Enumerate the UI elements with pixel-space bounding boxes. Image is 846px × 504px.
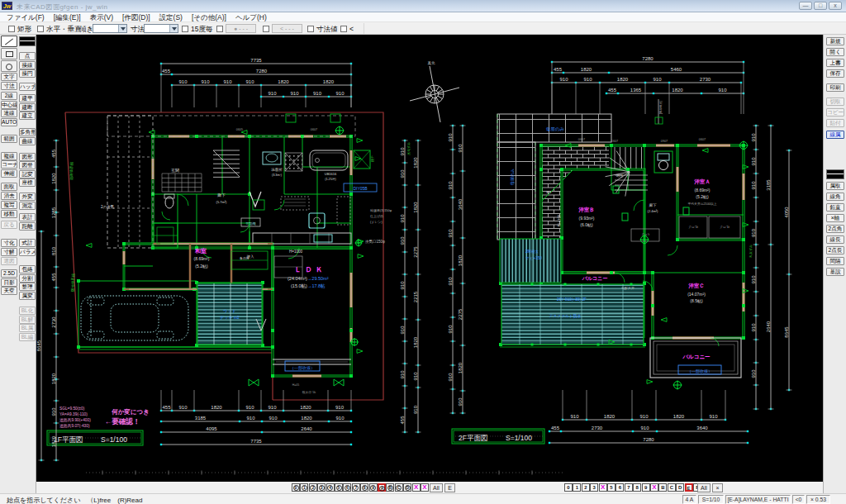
svg-text:910: 910 [245,79,254,84]
svg-text:1365: 1365 [630,88,642,93]
svg-text:母屋のみ: 母屋のみ [510,169,515,185]
svg-text:300: 300 [546,190,552,194]
svg-text:910: 910 [201,79,210,84]
svg-text:0907: 0907 [661,140,668,143]
svg-text:910: 910 [400,236,405,245]
svg-text:母屋のみ: 母屋のみ [546,126,565,131]
svg-text:455: 455 [51,273,56,282]
svg-text:真北: 真北 [428,61,436,65]
svg-text:910: 910 [448,181,453,190]
svg-text:1820: 1820 [211,405,222,410]
svg-text:7735: 7735 [250,439,262,444]
svg-text:廊下: 廊下 [217,193,226,197]
svg-text:910: 910 [751,133,756,142]
svg-text:ウッド: ウッド [223,308,235,313]
svg-text:3185: 3185 [195,416,207,421]
svg-text:洋室Ａ: 洋室Ａ [694,178,711,185]
svg-text:2730: 2730 [592,426,603,430]
svg-text:(ドレン): (ドレン) [370,220,383,224]
svg-text:(9.93m²): (9.93m²) [579,216,595,221]
svg-text:8645: 8645 [784,326,789,338]
svg-text:FL+100: FL+100 [557,214,561,226]
svg-text:1820: 1820 [581,67,592,72]
svg-text:(5.7m²): (5.7m²) [216,200,228,204]
svg-text:洋室Ｂ: 洋室Ｂ [578,207,595,213]
svg-text:25Y 910(+30) 2F: 25Y 910(+30) 2F [557,297,587,302]
svg-text:←要確認！: ←要確認！ [105,417,140,426]
svg-text:455: 455 [554,67,563,72]
svg-text:5460: 5460 [671,67,682,72]
svg-text:910: 910 [335,91,345,96]
svg-text:455: 455 [551,426,560,430]
svg-text:バルコニー: バルコニー [582,276,608,281]
svg-text:3640: 3640 [458,198,463,210]
svg-text:910: 910 [448,229,453,238]
svg-text:2275: 2275 [413,246,418,258]
svg-text:1F平面図: 1F平面図 [54,435,83,444]
svg-text:クロ'1t: クロ'1t [720,226,730,229]
svg-text:H=05: H=05 [292,383,300,387]
svg-text:455: 455 [608,88,617,93]
svg-text:910: 910 [559,77,568,82]
svg-text:H=1000: H=1000 [289,250,302,254]
svg-text:2の換気: 2の換気 [101,204,115,209]
svg-text:丸太ずみ: 丸太ずみ [749,245,753,258]
svg-text:道路高9.90(+400): 道路高9.90(+400) [59,417,91,423]
svg-text:0607: 0607 [699,138,706,141]
svg-text:910: 910 [178,79,188,84]
svg-text:3185: 3185 [766,179,771,191]
svg-text:(14.07m²): (14.07m²) [687,292,706,297]
svg-text:(8.69m²): (8.69m²) [194,256,210,261]
svg-text:910: 910 [400,281,405,290]
svg-text:910: 910 [583,77,592,82]
svg-text:（一部吹抜）: （一部吹抜） [290,365,315,371]
svg-text:7280: 7280 [643,437,654,442]
svg-text:910: 910 [448,373,453,382]
svg-text:(既存樹木): (既存樹木) [658,101,663,114]
svg-text:8645: 8645 [36,340,41,351]
svg-text:(24.04m²)→29.50m²: (24.04m²)→29.50m² [288,276,329,281]
svg-text:道路境界線: 道路境界線 [69,161,74,180]
svg-text:2730: 2730 [51,316,56,328]
svg-text:(2.4m²): (2.4m²) [648,209,659,213]
svg-text:1820: 1820 [413,157,418,169]
svg-text:910: 910 [400,147,405,156]
svg-text:910: 910 [751,323,756,332]
svg-text:1820: 1820 [51,173,56,184]
svg-text:910: 910 [751,157,756,166]
svg-text:910: 910 [313,91,322,96]
svg-text:YA=A9.39(-110): YA=A9.39(-110) [59,412,88,416]
svg-text:(3.3m²): (3.3m²) [272,174,283,177]
svg-text:S=1/100: S=1/100 [101,435,127,444]
svg-text:910: 910 [335,416,345,421]
svg-text:910: 910 [413,372,418,381]
svg-text:910: 910 [640,426,649,430]
svg-text:0605: 0605 [236,128,243,131]
svg-text:1820: 1820 [413,336,418,348]
svg-text:洋室Ｃ: 洋室Ｃ [688,283,705,289]
svg-text:1820: 1820 [458,254,463,266]
svg-text:2640: 2640 [301,426,312,431]
svg-text:(6.0帖): (6.0帖) [580,222,593,228]
svg-text:4095: 4095 [206,426,217,431]
svg-text:平均天井高2100以上: 平均天井高2100以上 [687,202,716,206]
svg-text:910: 910 [400,326,405,335]
svg-text:道路高9.07(-430): 道路高9.07(-430) [59,423,90,429]
svg-text:1820: 1820 [301,416,312,421]
svg-text:SGL=9.50(±0): SGL=9.50(±0) [59,407,85,411]
svg-text:910: 910 [178,405,188,410]
svg-text:1820: 1820 [51,373,56,384]
svg-text:910: 910 [709,414,718,419]
svg-text:910: 910 [448,277,453,286]
svg-text:和室: 和室 [194,247,207,254]
svg-text:バルコニー: バルコニー [682,354,711,359]
svg-text:階段: 階段 [616,174,623,178]
svg-text:3640: 3640 [696,426,708,430]
svg-text:1820: 1820 [300,405,311,410]
svg-text:2275: 2275 [458,308,463,320]
svg-text:910: 910 [751,228,756,237]
svg-text:910: 910 [400,370,405,379]
svg-text:根太@ 5k: 根太@ 5k [302,390,316,394]
svg-text:（一部吹抜）: （一部吹抜） [687,368,712,374]
svg-text:1607: 1607 [611,140,618,143]
